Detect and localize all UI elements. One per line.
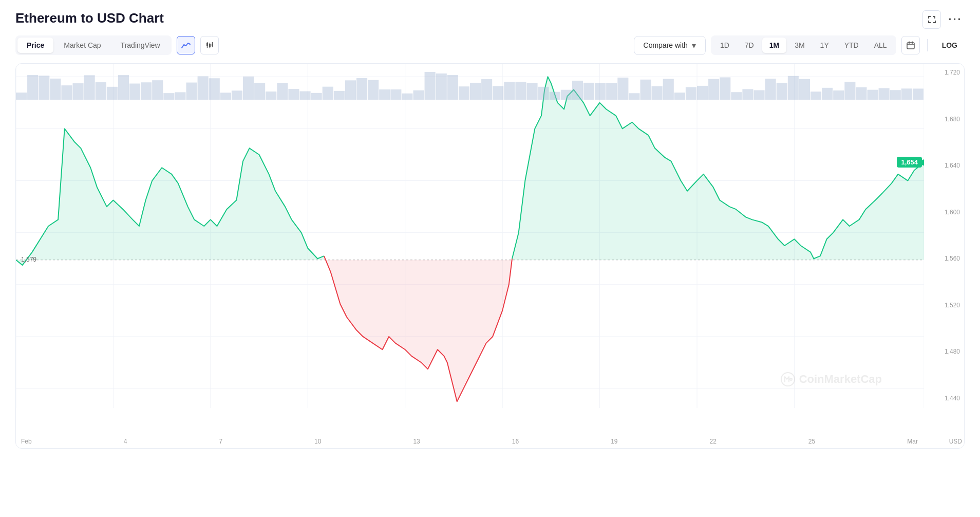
open-price-label: 1,579 xyxy=(21,256,36,263)
x-label-22: 22 xyxy=(710,438,717,445)
tab-market-cap[interactable]: Market Cap xyxy=(54,38,110,53)
x-label-13: 13 xyxy=(413,438,420,445)
x-label-feb: Feb xyxy=(21,438,32,445)
x-axis: Feb 4 7 10 13 16 19 22 25 Mar xyxy=(16,407,923,448)
time-period-group: 1D 7D 1M 3M 1Y YTD ALL xyxy=(711,35,896,55)
x-label-mar: Mar xyxy=(907,438,918,445)
compare-chevron-icon: ▾ xyxy=(692,41,696,50)
time-7d[interactable]: 7D xyxy=(738,38,761,53)
y-label-6: 1,480 xyxy=(945,348,960,355)
line-chart-button[interactable] xyxy=(177,36,195,54)
compare-with-button[interactable]: Compare with ▾ xyxy=(634,36,706,55)
current-price-badge: 1,654 xyxy=(897,157,922,168)
cmc-watermark: CoinMarketCap xyxy=(781,372,882,386)
time-1y[interactable]: 1Y xyxy=(813,38,836,53)
log-button[interactable]: LOG xyxy=(935,38,965,53)
x-label-10: 10 xyxy=(314,438,321,445)
svg-rect-9 xyxy=(907,43,914,49)
x-label-19: 19 xyxy=(611,438,617,445)
watermark-text: CoinMarketCap xyxy=(799,373,882,386)
chart-tab-group: Price Market Cap TradingView xyxy=(15,35,172,55)
tab-price[interactable]: Price xyxy=(17,38,53,53)
usd-label: USD xyxy=(949,438,962,445)
compare-with-label: Compare with xyxy=(644,41,688,49)
svg-rect-3 xyxy=(209,44,211,47)
tab-trading-view[interactable]: TradingView xyxy=(111,38,169,53)
y-label-3: 1,600 xyxy=(945,209,960,216)
y-label-4: 1,560 xyxy=(945,255,960,262)
calendar-button[interactable] xyxy=(901,36,920,54)
y-axis: 1,720 1,680 1,640 1,600 1,560 1,520 1,48… xyxy=(923,64,964,407)
toolbar: Price Market Cap TradingView xyxy=(15,35,965,55)
time-ytd[interactable]: YTD xyxy=(837,38,866,53)
time-1m[interactable]: 1M xyxy=(762,38,786,53)
y-label-5: 1,520 xyxy=(945,302,960,309)
svg-point-13 xyxy=(781,373,795,386)
page-title: Ethereum to USD Chart xyxy=(15,10,965,26)
candle-chart-button[interactable] xyxy=(200,36,219,54)
x-label-16: 16 xyxy=(512,438,519,445)
time-1d[interactable]: 1D xyxy=(713,38,737,53)
x-label-4: 4 xyxy=(124,438,127,445)
fullscreen-button[interactable] xyxy=(922,10,941,29)
time-all[interactable]: ALL xyxy=(867,38,894,53)
svg-rect-0 xyxy=(206,43,208,46)
y-label-1: 1,680 xyxy=(945,116,960,123)
y-label-0: 1,720 xyxy=(945,69,960,76)
y-label-7: 1,440 xyxy=(945,395,960,402)
time-3m[interactable]: 3M xyxy=(787,38,812,53)
svg-rect-6 xyxy=(212,44,213,46)
chart-container: 1,720 1,680 1,640 1,600 1,560 1,520 1,48… xyxy=(15,63,965,449)
x-label-25: 25 xyxy=(808,438,815,445)
x-label-7: 7 xyxy=(219,438,222,445)
more-options-button[interactable]: ··· xyxy=(946,10,965,29)
svg-point-14 xyxy=(790,378,792,380)
price-chart-canvas xyxy=(16,64,924,408)
y-label-2: 1,640 xyxy=(945,162,960,169)
